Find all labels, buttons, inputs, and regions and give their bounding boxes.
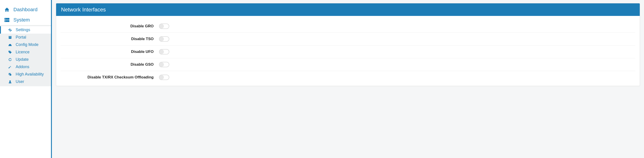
row-label: Disable TX/RX Checksum Offloading xyxy=(60,75,159,80)
user-icon xyxy=(8,80,12,84)
svg-rect-5 xyxy=(10,37,11,38)
home-icon xyxy=(4,7,10,12)
panel-network-interfaces: Network Interfaces Disable GRO Disable T… xyxy=(56,3,640,86)
toggle-disable-tso[interactable] xyxy=(159,36,169,42)
sidebar-subitem-label: Config Mode xyxy=(16,42,38,47)
tools-icon xyxy=(8,65,12,69)
sidebar: Dashboard System Settings Portal xyxy=(0,0,52,158)
toggle-disable-gro[interactable] xyxy=(159,24,169,29)
toggle-disable-gso[interactable] xyxy=(159,62,169,67)
sidebar-subitem-portal[interactable]: Portal xyxy=(0,34,51,41)
tag-icon xyxy=(8,50,12,54)
row-disable-ufo: Disable UFO xyxy=(60,46,635,58)
sidebar-top: Dashboard System xyxy=(0,5,51,25)
row-label: Disable TSO xyxy=(60,37,159,41)
main-content: Network Interfaces Disable GRO Disable T… xyxy=(52,0,644,158)
svg-point-7 xyxy=(9,51,9,52)
svg-rect-4 xyxy=(9,37,12,39)
sidebar-subitem-label: High Availability xyxy=(16,72,44,77)
svg-point-10 xyxy=(10,80,11,82)
sidebar-item-label: System xyxy=(14,17,30,23)
toggle-disable-ufo[interactable] xyxy=(159,49,169,54)
sidebar-subitem-label: Portal xyxy=(16,35,26,40)
row-disable-txrx-checksum: Disable TX/RX Checksum Offloading xyxy=(60,71,635,84)
svg-rect-6 xyxy=(8,46,12,46)
sidebar-subitem-licence[interactable]: Licence xyxy=(0,48,51,56)
sidebar-subitem-label: Update xyxy=(16,57,28,62)
svg-point-2 xyxy=(5,19,6,19)
copy-icon xyxy=(8,73,12,76)
hardhat-icon xyxy=(8,43,12,46)
archive-icon xyxy=(8,36,12,39)
sidebar-item-label: Dashboard xyxy=(14,7,38,13)
sidebar-submenu: Settings Portal Config Mode Licence xyxy=(0,25,51,86)
panel-title: Network Interfaces xyxy=(56,3,640,16)
server-icon xyxy=(4,18,10,22)
sidebar-item-dashboard[interactable]: Dashboard xyxy=(0,5,51,15)
sidebar-subitem-label: User xyxy=(16,79,24,84)
row-disable-gro: Disable GRO xyxy=(60,20,635,33)
panel-body: Disable GRO Disable TSO Disable UFO xyxy=(56,16,640,86)
svg-point-3 xyxy=(5,21,6,21)
svg-rect-9 xyxy=(10,74,12,76)
sidebar-subitem-config-mode[interactable]: Config Mode xyxy=(0,41,51,48)
sidebar-subitem-label: Addons xyxy=(16,65,29,69)
refresh-icon xyxy=(8,58,12,61)
row-label: Disable GRO xyxy=(60,24,159,29)
row-disable-gso: Disable GSO xyxy=(60,58,635,71)
row-label: Disable GSO xyxy=(60,62,159,67)
sidebar-subitem-high-availability[interactable]: High Availability xyxy=(0,71,51,78)
row-label: Disable UFO xyxy=(60,50,159,54)
gear-icon xyxy=(8,28,12,32)
sidebar-item-system[interactable]: System xyxy=(0,15,51,25)
sidebar-subitem-settings[interactable]: Settings xyxy=(0,26,51,34)
sidebar-subitem-update[interactable]: Update xyxy=(0,56,51,63)
row-disable-tso: Disable TSO xyxy=(60,33,635,46)
sidebar-subitem-user[interactable]: User xyxy=(0,78,51,85)
sidebar-subitem-addons[interactable]: Addons xyxy=(0,63,51,71)
sidebar-subitem-label: Licence xyxy=(16,50,30,54)
sidebar-subitem-label: Settings xyxy=(16,28,30,32)
toggle-disable-txrx-checksum[interactable] xyxy=(159,75,169,80)
